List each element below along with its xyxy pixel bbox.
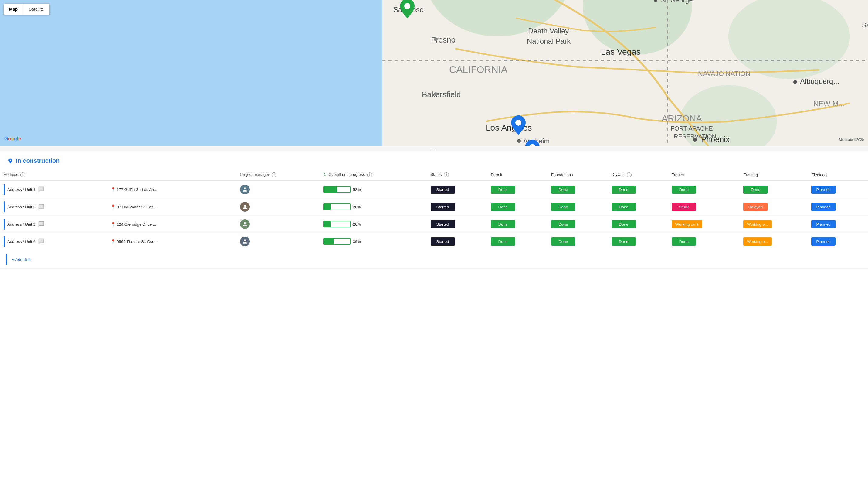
foundations-cell: Done <box>548 181 608 198</box>
electrical-cell: Planned <box>808 181 868 198</box>
unit-bar <box>4 184 5 195</box>
drywall-cell: Done <box>608 233 668 250</box>
svg-point-38 <box>793 80 797 84</box>
col-framing: Framing <box>740 169 808 181</box>
comment-icon[interactable] <box>38 186 44 193</box>
electrical-badge: Planned <box>811 203 836 211</box>
satellite-view-button[interactable]: Satellite <box>23 4 50 14</box>
framing-badge: Working o... <box>743 237 772 246</box>
unit-name: Address / Unit 1 <box>7 187 35 192</box>
svg-text:National Park: National Park <box>527 37 571 45</box>
avatar <box>240 237 250 246</box>
progress-percent: 52% <box>353 187 363 192</box>
table-header-row: Address i Project manager i ↻ Overall un… <box>0 169 868 181</box>
comment-icon[interactable] <box>38 204 44 210</box>
avatar <box>240 185 250 195</box>
resize-handle[interactable]: ⋯ <box>0 146 868 151</box>
address-cell: 📍 177 Griffin St. Los An... <box>107 181 237 198</box>
svg-point-56 <box>515 120 521 126</box>
map-controls: Map Satellite <box>4 4 50 14</box>
progress-info-icon[interactable]: i <box>367 173 372 177</box>
manager-cell <box>237 181 319 198</box>
add-unit-button[interactable]: + Add Unit <box>10 256 33 263</box>
electrical-cell: Planned <box>808 198 868 216</box>
status-cell: Started <box>427 181 488 198</box>
status-info-icon[interactable]: i <box>444 173 449 177</box>
framing-cell: Working o... <box>740 233 808 250</box>
drag-dots-icon: ⋯ <box>431 146 437 152</box>
foundations-cell: Done <box>548 198 608 216</box>
drywall-badge: Done <box>612 220 636 228</box>
section-title: In construction <box>16 157 60 164</box>
trench-badge: Stuck <box>672 203 696 211</box>
table-row: Address / Unit 4 📍 9569 Theatre St. Oce.… <box>0 233 868 250</box>
location-pin-icon: 📍 <box>111 204 116 209</box>
permit-cell: Done <box>487 198 548 216</box>
framing-cell: Working o... <box>740 216 808 233</box>
progress-cell: 39% <box>319 233 427 250</box>
address-info-icon[interactable]: i <box>20 173 25 177</box>
col-drywall: Drywall i <box>608 169 668 181</box>
trench-cell: Done <box>668 233 740 250</box>
table-row: Address / Unit 3 📍 124 Glenridge Drive .… <box>0 216 868 233</box>
in-construction-icon <box>7 158 13 164</box>
col-permit: Permit <box>487 169 548 181</box>
comment-icon[interactable] <box>38 238 44 245</box>
foundations-cell: Done <box>548 216 608 233</box>
manager-cell <box>237 216 319 233</box>
foundations-badge: Done <box>551 220 576 228</box>
col-trench: Trench <box>668 169 740 181</box>
drywall-info-icon[interactable]: i <box>627 173 631 177</box>
add-unit-cell: + Add Unit <box>0 250 868 269</box>
svg-text:NAVAJO NATION: NAVAJO NATION <box>698 70 750 78</box>
framing-cell: Done <box>740 181 808 198</box>
foundations-badge: Done <box>551 203 576 211</box>
map-view-button[interactable]: Map <box>4 4 23 14</box>
unit-name: Address / Unit 2 <box>7 205 35 209</box>
address-cell: 📍 9569 Theatre St. Oce... <box>107 233 237 250</box>
trench-cell: Working on it <box>668 216 740 233</box>
map-container: Sacramento San Francisco San Jose Fresno… <box>0 0 868 146</box>
svg-text:Albuquerq...: Albuquerq... <box>800 77 839 85</box>
google-logo: Google <box>4 136 21 142</box>
permit-badge: Done <box>491 185 515 194</box>
table-row: Address / Unit 1 📍 177 Griffin St. Los A… <box>0 181 868 198</box>
electrical-cell: Planned <box>808 233 868 250</box>
electrical-badge: Planned <box>811 220 836 228</box>
address-text: 9569 Theatre St. Oce... <box>117 239 158 244</box>
trench-cell: Stuck <box>668 198 740 216</box>
col-progress: ↻ Overall unit progress i <box>319 169 427 181</box>
svg-text:RESERVATION: RESERVATION <box>674 133 716 140</box>
permit-cell: Done <box>487 181 548 198</box>
electrical-cell: Planned <box>808 216 868 233</box>
permit-badge: Done <box>491 203 515 211</box>
progress-percent: 26% <box>353 205 363 209</box>
address-text: 177 Griffin St. Los An... <box>117 187 157 192</box>
progress-bar <box>323 204 350 210</box>
svg-point-54 <box>434 92 438 96</box>
address-cell: 📍 97 Old Water St. Los ... <box>107 198 237 216</box>
trench-cell: Done <box>668 181 740 198</box>
progress-fill <box>324 187 338 192</box>
avatar <box>240 202 250 212</box>
foundations-badge: Done <box>551 185 576 194</box>
col-name: Address i <box>0 169 107 181</box>
framing-cell: Delayed <box>740 198 808 216</box>
progress-fill <box>324 221 331 227</box>
progress-fill <box>324 204 331 210</box>
svg-text:ARIZONA: ARIZONA <box>662 113 702 123</box>
manager-info-icon[interactable]: i <box>272 173 277 177</box>
progress-percent: 39% <box>353 239 363 244</box>
progress-cell: 26% <box>319 198 427 216</box>
col-foundations: Foundations <box>548 169 608 181</box>
refresh-icon: ↻ <box>323 172 327 177</box>
progress-fill <box>324 239 334 244</box>
comment-icon[interactable] <box>38 221 44 228</box>
drywall-cell: Done <box>608 216 668 233</box>
location-pin-icon: 📍 <box>111 239 116 244</box>
location-pin-icon: 📍 <box>111 222 116 227</box>
foundations-badge: Done <box>551 237 576 246</box>
svg-text:Las Vegas: Las Vegas <box>601 47 641 57</box>
foundations-cell: Done <box>548 233 608 250</box>
manager-cell <box>237 198 319 216</box>
